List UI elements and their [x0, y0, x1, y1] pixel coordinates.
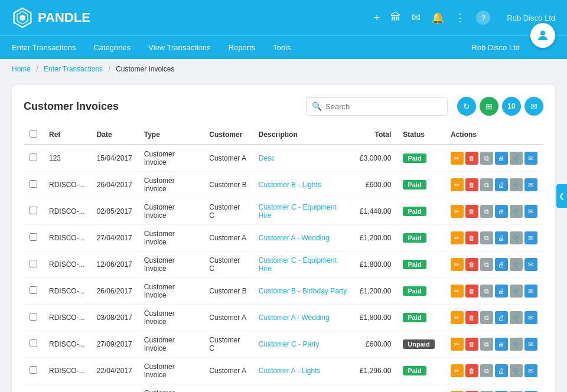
- plus-icon[interactable]: +: [374, 12, 380, 24]
- delete-icon[interactable]: 🗑: [465, 258, 478, 271]
- nav-categories[interactable]: Categories: [93, 38, 131, 57]
- nav-enter-transactions[interactable]: Enter Transactions: [12, 38, 76, 57]
- row-checkbox[interactable]: [30, 180, 37, 188]
- copy-icon[interactable]: ⧉: [480, 285, 493, 298]
- attach-icon[interactable]: 📎: [510, 311, 523, 324]
- row-description-link[interactable]: Customer B - Lights: [259, 181, 321, 189]
- attach-icon[interactable]: 📎: [510, 338, 523, 351]
- copy-icon[interactable]: ⧉: [480, 178, 493, 191]
- print-icon[interactable]: 🖨: [495, 258, 508, 271]
- bank-icon[interactable]: 🏛: [390, 12, 401, 24]
- grid-button[interactable]: ⊞: [480, 97, 498, 116]
- delete-icon[interactable]: 🗑: [465, 152, 478, 165]
- row-checkbox[interactable]: [30, 260, 37, 267]
- copy-icon[interactable]: ⧉: [480, 364, 493, 377]
- avatar[interactable]: [530, 23, 555, 48]
- edit-icon[interactable]: ✏: [451, 231, 464, 244]
- copy-icon[interactable]: ⧉: [480, 258, 493, 271]
- row-checkbox[interactable]: [30, 207, 37, 214]
- edit-icon[interactable]: ✏: [451, 152, 464, 165]
- logo[interactable]: PANDLE: [12, 7, 90, 28]
- attach-icon[interactable]: 📎: [510, 231, 523, 244]
- bell-icon[interactable]: 🔔: [431, 11, 444, 24]
- select-all-checkbox[interactable]: [30, 130, 37, 138]
- attach-icon[interactable]: 📎: [510, 364, 523, 377]
- row-description-link[interactable]: Customer C - Equipment Hire: [259, 203, 337, 220]
- search-input[interactable]: [306, 97, 448, 116]
- copy-icon[interactable]: ⧉: [480, 205, 493, 218]
- nav-tools[interactable]: Tools: [273, 38, 291, 57]
- attach-icon[interactable]: 📎: [510, 178, 523, 191]
- row-description-link[interactable]: Desc: [259, 154, 275, 162]
- email-icon[interactable]: ✉: [524, 178, 537, 191]
- email-icon[interactable]: ✉: [524, 311, 537, 324]
- delete-icon[interactable]: 🗑: [465, 178, 478, 191]
- delete-icon[interactable]: 🗑: [465, 285, 478, 298]
- row-checkbox[interactable]: [30, 153, 37, 161]
- row-description-link[interactable]: Customer B - Birthday Party: [259, 287, 347, 295]
- edit-icon[interactable]: ✏: [451, 258, 464, 271]
- nav-reports[interactable]: Reports: [229, 38, 256, 57]
- edit-icon[interactable]: ✏: [451, 285, 464, 298]
- side-toggle[interactable]: ❮: [556, 184, 567, 208]
- email-icon[interactable]: ✉: [524, 338, 537, 351]
- row-checkbox-cell: [24, 384, 43, 393]
- copy-icon[interactable]: ⧉: [480, 152, 493, 165]
- row-checkbox[interactable]: [30, 233, 37, 241]
- row-checkbox[interactable]: [30, 366, 37, 374]
- delete-icon[interactable]: 🗑: [465, 231, 478, 244]
- row-checkbox[interactable]: [30, 286, 37, 294]
- row-description-link[interactable]: Customer A - Lights: [259, 367, 321, 375]
- edit-icon[interactable]: ✏: [451, 364, 464, 377]
- print-icon[interactable]: 🖨: [495, 311, 508, 324]
- row-checkbox[interactable]: [30, 339, 37, 347]
- attach-icon[interactable]: 📎: [510, 205, 523, 218]
- print-icon[interactable]: 🖨: [495, 178, 508, 191]
- row-description-link[interactable]: Customer C - Equipment Hire: [259, 256, 337, 273]
- refresh-button[interactable]: ↻: [457, 97, 476, 116]
- email-icon[interactable]: ✉: [524, 364, 537, 377]
- more-icon[interactable]: ⋮: [455, 11, 465, 24]
- breadcrumb-home[interactable]: Home: [12, 65, 31, 73]
- help-icon[interactable]: ?: [476, 11, 490, 25]
- print-icon[interactable]: 🖨: [495, 364, 508, 377]
- print-icon[interactable]: 🖨: [495, 205, 508, 218]
- row-customer: Customer C: [203, 251, 252, 278]
- row-date: 15/04/2017: [91, 145, 138, 172]
- email-icon[interactable]: ✉: [524, 231, 537, 244]
- row-checkbox[interactable]: [30, 313, 37, 321]
- count-button[interactable]: 10: [502, 97, 521, 116]
- email-icon[interactable]: ✉: [524, 152, 537, 165]
- copy-icon[interactable]: ⧉: [480, 338, 493, 351]
- row-description-link[interactable]: Customer A - Wedding: [259, 234, 330, 242]
- print-icon[interactable]: 🖨: [495, 152, 508, 165]
- print-icon[interactable]: 🖨: [495, 338, 508, 351]
- email-icon[interactable]: ✉: [524, 205, 537, 218]
- delete-icon[interactable]: 🗑: [465, 338, 478, 351]
- print-icon[interactable]: 🖨: [495, 231, 508, 244]
- edit-icon[interactable]: ✏: [451, 338, 464, 351]
- edit-icon[interactable]: ✏: [451, 205, 464, 218]
- copy-icon[interactable]: ⧉: [480, 311, 493, 324]
- attach-icon[interactable]: 📎: [510, 258, 523, 271]
- edit-icon[interactable]: ✏: [451, 311, 464, 324]
- delete-icon[interactable]: 🗑: [465, 311, 478, 324]
- bulk-email-button[interactable]: ✉: [524, 97, 543, 116]
- email-icon[interactable]: ✉: [524, 285, 537, 298]
- row-description-link[interactable]: Customer A - Wedding: [259, 313, 330, 322]
- print-icon[interactable]: 🖨: [495, 285, 508, 298]
- row-description: Customer A - Lights: [253, 384, 354, 393]
- row-description-link[interactable]: Customer C - Party: [259, 340, 320, 348]
- copy-icon[interactable]: ⧉: [480, 231, 493, 244]
- delete-icon[interactable]: 🗑: [465, 205, 478, 218]
- edit-icon[interactable]: ✏: [451, 178, 464, 191]
- breadcrumb-enter-transactions[interactable]: Enter Transactions: [44, 65, 103, 73]
- row-actions: ✏ 🗑 ⧉ 🖨 📎 ✉: [445, 305, 543, 331]
- invoices-table: Ref Date Type Customer Description Total…: [24, 125, 543, 392]
- attach-icon[interactable]: 📎: [510, 152, 523, 165]
- attach-icon[interactable]: 📎: [510, 285, 523, 298]
- email-icon[interactable]: ✉: [412, 11, 421, 24]
- email-icon[interactable]: ✉: [524, 258, 537, 271]
- nav-view-transactions[interactable]: View Transactions: [148, 38, 210, 57]
- delete-icon[interactable]: 🗑: [465, 364, 478, 377]
